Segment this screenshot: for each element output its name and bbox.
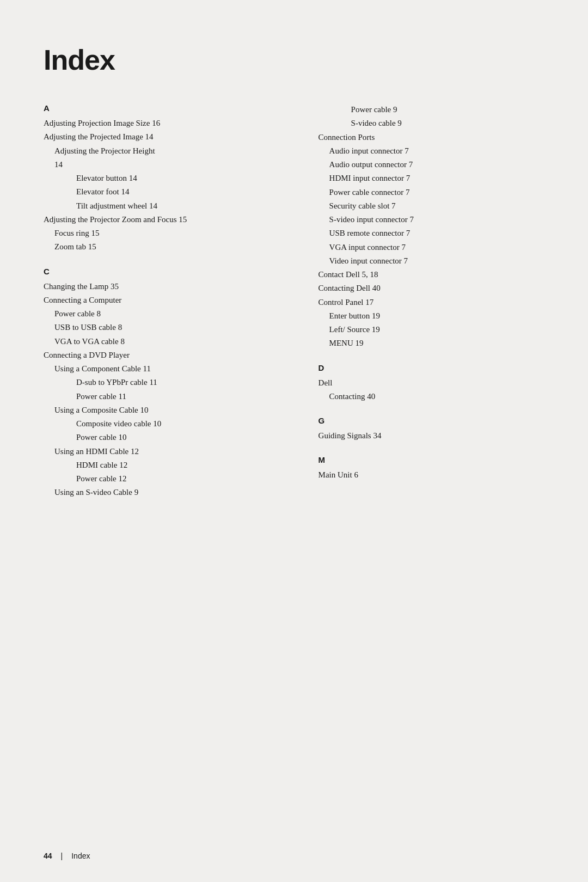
index-entry: USB remote connector 7: [318, 227, 550, 240]
index-entry: MENU 19: [318, 337, 550, 350]
index-entry: Using a Composite Cable 10: [44, 404, 286, 416]
index-entry: Left/ Source 19: [318, 323, 550, 336]
section-block: CChanging the Lamp 35Connecting a Comput…: [44, 267, 286, 499]
index-entry: Audio input connector 7: [318, 145, 550, 157]
index-entry: Tilt adjustment wheel 14: [44, 200, 286, 212]
index-entry: Connection Ports: [318, 131, 550, 144]
index-entry: USB to USB cable 8: [44, 321, 286, 334]
index-entry: Connecting a DVD Player: [44, 349, 286, 362]
section-block: MMain Unit 6: [318, 455, 550, 481]
section-letter-m: M: [318, 455, 550, 464]
index-entry: Adjusting the Projector Zoom and Focus 1…: [44, 213, 286, 226]
index-entry: HDMI input connector 7: [318, 172, 550, 185]
index-entry: Zoom tab 15: [44, 241, 286, 253]
page-title: Index: [44, 44, 550, 76]
section-block: Power cable 9S-video cable 9Connection P…: [318, 103, 550, 350]
index-entry: Main Unit 6: [318, 469, 550, 481]
index-entry: Guiding Signals 34: [318, 430, 550, 442]
index-entry: Video input connector 7: [318, 255, 550, 267]
index-entry: Connecting a Computer: [44, 294, 286, 307]
index-entry: Power cable 9: [318, 103, 550, 116]
index-entry: Focus ring 15: [44, 227, 286, 240]
index-entry: HDMI cable 12: [44, 459, 286, 471]
index-entry: VGA to VGA cable 8: [44, 335, 286, 348]
index-entry: Audio output connector 7: [318, 158, 550, 171]
index-entry: Adjusting Projection Image Size 16: [44, 117, 286, 130]
index-entry: Using an HDMI Cable 12: [44, 445, 286, 458]
section-letter-d: D: [318, 363, 550, 372]
footer-label: Index: [71, 852, 90, 860]
index-entry: Power cable connector 7: [318, 186, 550, 199]
index-entry: Composite video cable 10: [44, 418, 286, 430]
section-letter-g: G: [318, 416, 550, 425]
index-entry: Contacting 40: [318, 390, 550, 403]
index-entry: Adjusting the Projector Height: [44, 145, 286, 157]
index-entry: 14: [44, 158, 286, 171]
left-column: AAdjusting Projection Image Size 16Adjus…: [44, 103, 286, 512]
index-entry: Control Panel 17: [318, 296, 550, 309]
index-columns: AAdjusting Projection Image Size 16Adjus…: [44, 103, 550, 512]
section-block: GGuiding Signals 34: [318, 416, 550, 442]
index-entry: Contact Dell 5, 18: [318, 268, 550, 281]
section-letter-a: A: [44, 103, 286, 113]
index-entry: Power cable 10: [44, 431, 286, 444]
index-entry: Enter button 19: [318, 310, 550, 322]
index-entry: Dell: [318, 377, 550, 389]
section-block: DDellContacting 40: [318, 363, 550, 403]
index-entry: Elevator foot 14: [44, 186, 286, 198]
index-entry: Adjusting the Projected Image 14: [44, 131, 286, 143]
index-entry: Security cable slot 7: [318, 200, 550, 212]
footer: 44 | Index: [44, 852, 90, 860]
footer-page-number: 44: [44, 852, 52, 860]
section-block: AAdjusting Projection Image Size 16Adjus…: [44, 103, 286, 254]
index-entry: D-sub to YPbPr cable 11: [44, 376, 286, 389]
index-entry: Power cable 11: [44, 390, 286, 403]
index-entry: VGA input connector 7: [318, 241, 550, 254]
index-entry: Contacting Dell 40: [318, 282, 550, 295]
index-entry: Using an S-video Cable 9: [44, 486, 286, 499]
index-entry: S-video cable 9: [318, 117, 550, 130]
index-entry: Using a Component Cable 11: [44, 363, 286, 375]
index-entry: Changing the Lamp 35: [44, 280, 286, 293]
footer-separator: |: [61, 852, 63, 860]
index-entry: Power cable 12: [44, 473, 286, 485]
index-entry: Power cable 8: [44, 308, 286, 320]
section-letter-c: C: [44, 267, 286, 276]
index-entry: S-video input connector 7: [318, 213, 550, 226]
right-column: Power cable 9S-video cable 9Connection P…: [308, 103, 550, 512]
index-entry: Elevator button 14: [44, 172, 286, 185]
